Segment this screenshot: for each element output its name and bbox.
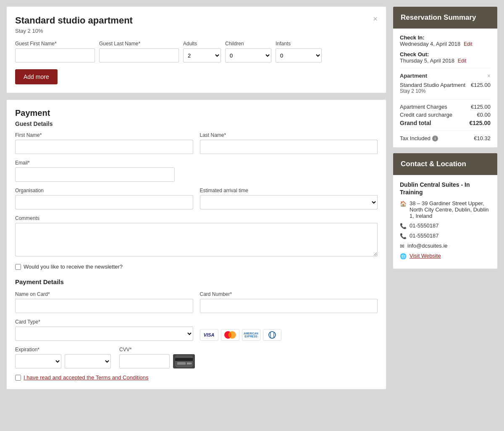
contact-website-link[interactable]: Visit Website: [410, 253, 441, 259]
checkin-edit-link[interactable]: Edit: [464, 41, 472, 47]
name-on-card-input[interactable]: [15, 299, 193, 313]
apartment-close-button[interactable]: ×: [373, 15, 378, 23]
tax-row: Tax Included i €10.32: [400, 131, 491, 141]
payment-title: Payment: [15, 108, 378, 118]
diners-icon: [263, 329, 281, 341]
tax-value: €10.32: [474, 135, 491, 141]
card-icons-col: VISA AMERICAN EXPRESS: [200, 327, 378, 341]
reservation-summary-body: Check In: Wednesday 4, April 2018 Edit C…: [393, 29, 497, 147]
cvv-section: CVV*: [119, 347, 195, 368]
mastercard-icon: [221, 329, 239, 341]
guest-fields-row: Guest First Name* Guest Last Name* Adult…: [15, 41, 378, 63]
svg-rect-6: [175, 358, 193, 361]
contact-phone1: 01-5550187: [410, 222, 438, 229]
apt-price-text: €125.00: [471, 82, 491, 88]
contact-phone1-row: 📞 01-5550187: [400, 222, 491, 229]
card-number-input[interactable]: [200, 299, 378, 313]
credit-surcharge-label: Credit card surcharge: [400, 112, 452, 118]
expiry-selects: 010203 040506 070809 101112 201820192020…: [15, 354, 111, 368]
adults-label: Adults: [183, 41, 221, 47]
contact-location-panel: Contact & Location Dublin Central Suites…: [393, 153, 498, 269]
email-label: Email*: [15, 160, 175, 166]
contact-address: 38 – 39 Gardiner Street Upper, North Cit…: [410, 200, 491, 219]
grand-total-label: Grand total: [400, 120, 431, 126]
svg-point-10: [189, 363, 190, 364]
adults-select[interactable]: 2 1 3 4: [183, 48, 221, 63]
expiry-month-select[interactable]: 010203 040506 070809 101112: [15, 354, 61, 368]
add-more-button[interactable]: Add more: [15, 69, 58, 84]
payment-details-title: Payment Details: [15, 278, 378, 285]
terms-row: I have read and accepted the Terms and C…: [15, 374, 378, 381]
newsletter-label: Would you like to receive the newsletter…: [24, 264, 123, 270]
comments-section: Comments: [15, 215, 378, 258]
expiry-year-select[interactable]: 201820192020 202120222023: [65, 354, 111, 368]
guest-last-name-input[interactable]: [99, 48, 179, 63]
organisation-col: Organisation: [15, 188, 193, 209]
guest-first-name-input[interactable]: [15, 48, 95, 63]
contact-name: Dublin Central Suites - In Training: [400, 181, 491, 196]
comments-textarea[interactable]: [15, 223, 378, 256]
cvv-input[interactable]: [119, 354, 170, 368]
visa-icon: VISA: [200, 329, 218, 341]
checkout-date: Thursday 5, April 2018: [400, 57, 454, 64]
children-group: Children 0 1 2: [225, 41, 271, 63]
name-on-card-col: Name on Card*: [15, 291, 193, 313]
adults-group: Adults 2 1 3 4: [183, 41, 221, 63]
contact-email-row: ✉ info@dcsuites.ie: [400, 243, 491, 249]
checkout-edit-link[interactable]: Edit: [458, 58, 467, 64]
name-row: First Name* Last Name*: [15, 132, 378, 154]
org-arrival-row: Organisation Estimated arrival time: [15, 188, 378, 209]
checkin-row: Check In: Wednesday 4, April 2018 Edit: [400, 34, 491, 47]
organisation-input[interactable]: [15, 195, 193, 209]
apartment-charges-value: €125.00: [471, 104, 491, 110]
apartment-section-label: Apartment: [400, 73, 427, 79]
terms-link[interactable]: I have read and accepted the Terms and C…: [24, 374, 149, 381]
card-type-col: Card Type* Visa MasterCard American Expr…: [15, 319, 193, 341]
checkout-label: Check Out:: [400, 51, 429, 57]
arrival-col: Estimated arrival time: [200, 188, 378, 209]
card-number-col: Card Number*: [200, 291, 378, 313]
card-icons-row: VISA AMERICAN EXPRESS: [200, 329, 378, 341]
apt-remove-button[interactable]: ×: [487, 73, 491, 79]
last-name-col: Last Name*: [200, 132, 378, 154]
checkin-date: Wednesday 4, April 2018: [400, 41, 460, 47]
newsletter-checkbox[interactable]: [15, 264, 21, 270]
apt-stay-text: Stay 2 10%: [400, 88, 465, 94]
children-label: Children: [225, 41, 271, 47]
email-row: Email*: [15, 160, 378, 182]
tax-label: Tax Included i: [400, 135, 438, 141]
contact-email-link[interactable]: info@dcsuites.ie: [407, 243, 448, 249]
children-select[interactable]: 0 1 2: [225, 48, 271, 63]
infants-group: Infants 0 1 2: [276, 41, 322, 63]
tax-info-icon: i: [432, 136, 438, 141]
card-name-number-row: Name on Card* Card Number*: [15, 291, 378, 313]
cvv-label: CVV*: [119, 347, 195, 353]
phone1-icon: 📞: [400, 223, 407, 229]
guest-last-name-label: Guest Last Name*: [99, 41, 179, 47]
last-name-input[interactable]: [200, 140, 378, 154]
svg-point-9: [187, 363, 189, 364]
cvv-card-icon: [173, 354, 195, 368]
apt-name-text: Standard Studio Apartment: [400, 82, 465, 88]
first-name-input[interactable]: [15, 140, 193, 154]
arrival-select[interactable]: [200, 195, 378, 209]
infants-select[interactable]: 0 1 2: [276, 48, 322, 63]
card-type-select[interactable]: Visa MasterCard American Express: [15, 327, 193, 341]
apartment-card: × Standard studio apartment Stay 2 10% G…: [6, 6, 386, 93]
guest-last-name-group: Guest Last Name*: [99, 41, 179, 63]
credit-surcharge-row: Credit card surcharge €0.00: [400, 112, 491, 118]
contact-location-body: Dublin Central Suites - In Training 🏠 38…: [393, 175, 497, 269]
expiry-section: Expiration* 010203 040506 070809 101112 …: [15, 347, 111, 368]
checkin-label: Check In:: [400, 34, 425, 41]
apt-details-row: Standard Studio Apartment Stay 2 10% €12…: [400, 82, 491, 95]
guest-first-name-label: Guest First Name*: [15, 41, 95, 47]
email-input[interactable]: [15, 167, 175, 182]
expiry-cvv-row: Expiration* 010203 040506 070809 101112 …: [15, 347, 378, 368]
first-name-col: First Name*: [15, 132, 193, 154]
cvv-input-row: [119, 354, 195, 368]
grand-total-row: Grand total €125.00: [400, 120, 491, 126]
divider-2: [400, 99, 491, 99]
email-col: Email*: [15, 160, 175, 182]
terms-checkbox[interactable]: [15, 375, 21, 381]
reservation-summary-panel: Reservation Summary Check In: Wednesday …: [393, 6, 498, 148]
